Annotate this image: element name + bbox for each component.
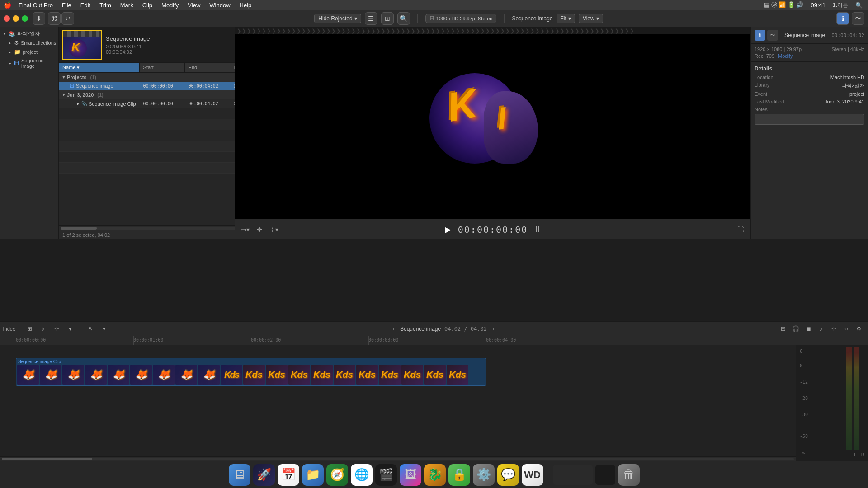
fit-dropdown[interactable]: Fit ▾ (557, 14, 575, 23)
dock-trash[interactable]: 🗑 (618, 464, 640, 486)
detail-notes: Notes (755, 107, 864, 125)
dock-recent-2[interactable] (595, 465, 615, 485)
waveform-button[interactable]: 〜 (852, 12, 864, 25)
dock-photos[interactable]: 🖼 (400, 464, 421, 486)
viewer-view-mode[interactable]: ▭▾ (239, 223, 251, 236)
col-header-start[interactable]: Start (140, 63, 185, 72)
meter-channels: L R (854, 452, 864, 457)
info-button[interactable]: ℹ (836, 12, 849, 25)
close-button[interactable] (4, 15, 10, 22)
film-icon: 🎞 (429, 16, 434, 21)
dock-settings[interactable]: ⚙️ (473, 464, 495, 486)
share-button[interactable]: ⌘ (48, 12, 61, 25)
menu-mark[interactable]: Mark (117, 1, 137, 9)
play-button[interactable]: ▶ (442, 223, 454, 236)
inspector: ℹ 〜 Sequence image 00:00:04:02 1920 × 10… (750, 27, 868, 239)
video-scope-button[interactable]: ⊹ (51, 324, 62, 334)
tl-zoom-in[interactable]: ⊞ (778, 324, 788, 334)
sidebar-item-project[interactable]: ▸ 📁 project (0, 47, 58, 56)
io-buttons: ⌘ ↩ (48, 12, 74, 25)
view-dropdown[interactable]: View ▾ (579, 14, 603, 23)
menu-view[interactable]: View (184, 1, 204, 9)
tl-mute[interactable]: ◼ (803, 324, 814, 334)
scrollbar-thumb[interactable] (61, 227, 97, 230)
timeline-area: Index ⊞ ♪ ⊹ ▾ ↖ ▾ ‹ Sequence image 04:02… (0, 321, 868, 461)
minimize-button[interactable] (13, 15, 19, 22)
clip-appearance-button[interactable]: ⊞ (24, 324, 35, 334)
sidebar-item-smart-collections[interactable]: ▸ ⚙ Smart...llections (0, 38, 58, 47)
dock-game[interactable]: 🐉 (424, 464, 446, 486)
tl-prev-button[interactable]: ‹ (391, 326, 396, 332)
hide-rejected-dropdown[interactable]: Hide Rejected ▾ (314, 14, 361, 23)
list-view-button[interactable]: ☰ (365, 12, 377, 25)
menu-file[interactable]: File (58, 1, 75, 9)
tl-next-button[interactable]: › (491, 326, 496, 332)
inspector-audio-info: Stereo | 48kHz (831, 47, 864, 59)
col-header-name[interactable]: Name ▾ (59, 63, 140, 72)
tl-expand[interactable]: ↔ (841, 324, 852, 334)
dock-files[interactable]: 📁 (302, 464, 324, 486)
inspector-tab-audio[interactable]: 〜 (767, 30, 778, 41)
timeline-scrollbar[interactable] (0, 456, 796, 461)
dock-safari[interactable]: 🧭 (326, 464, 348, 486)
search-button[interactable]: 🔍 (397, 12, 410, 25)
sidebar-item-sequence-image[interactable]: ▸ 🎞 Sequence image (0, 56, 58, 70)
tl-headphones[interactable]: 🎧 (790, 324, 801, 334)
modify-button[interactable]: Modify (778, 53, 793, 59)
tl-settings[interactable]: ⚙ (854, 324, 864, 334)
inspector-tab-info[interactable]: ℹ (755, 30, 765, 41)
ruler-mark-1: 00:00:01:00 (133, 338, 163, 343)
dock-chrome[interactable]: 🌐 (351, 464, 373, 486)
dock-finder[interactable]: 🖥 (229, 464, 250, 486)
menu-help[interactable]: Help (236, 1, 255, 9)
index-button[interactable]: Index (4, 324, 14, 334)
clip-thumbnail: K (69, 39, 96, 59)
audio-button[interactable]: ♪ (38, 324, 48, 334)
download-button[interactable]: ⬇ (33, 12, 45, 25)
film-frame-10: Kds (221, 365, 242, 385)
tl-vol[interactable]: ♪ (816, 324, 826, 334)
dock-fcp[interactable]: 🎬 (375, 464, 397, 486)
col-header-end[interactable]: End (185, 63, 230, 72)
chevron-down-icon-group: ▾ (62, 74, 65, 80)
maximize-button[interactable] (22, 15, 28, 22)
tl-scrollbar-thumb[interactable] (2, 458, 92, 460)
dropdown-btn[interactable]: ▾ (65, 324, 75, 334)
menu-clip[interactable]: Clip (139, 1, 156, 9)
notes-input[interactable] (755, 114, 864, 125)
viewer-transform[interactable]: ✥ (253, 223, 266, 236)
film-frame-4: 🦊 (85, 365, 107, 385)
tool-button[interactable]: ↖ (85, 324, 96, 334)
library-icon: 📚 (9, 31, 15, 37)
menu-window[interactable]: Window (206, 1, 234, 9)
fullscreen-button[interactable]: ⛶ (734, 223, 747, 236)
menu-modify[interactable]: Modify (158, 1, 182, 9)
logo-shadow (484, 91, 538, 164)
dock-launchpad[interactable]: 🚀 (253, 464, 275, 486)
clip-view-button[interactable]: ⊞ (381, 12, 394, 25)
dock-calendar[interactable]: 📅 (278, 464, 299, 486)
sidebar-library[interactable]: ▾ 📚 파찍2일차 (0, 29, 58, 38)
ruler-line-0 (16, 336, 16, 345)
dock-recent-1[interactable] (553, 465, 593, 485)
clip-name-cell: 🎞 Sequence image (66, 82, 140, 90)
menu-finalcutpro[interactable]: Final Cut Pro (15, 1, 57, 9)
viewer-crop[interactable]: ⊹▾ (268, 223, 280, 236)
tl-sep-1 (19, 324, 19, 333)
export-button[interactable]: ↩ (61, 12, 74, 25)
tl-zoom[interactable]: ⊹ (828, 324, 839, 334)
menu-edit[interactable]: Edit (77, 1, 94, 9)
clip-track[interactable]: Sequence image Clip 🦊 🦊 🦊 🦊 🦊 🦊 🦊 🦊 🦊 Kd… (16, 358, 486, 386)
apple-icon[interactable]: 🍎 (4, 1, 11, 9)
pause-button[interactable]: ⏸ (531, 223, 544, 236)
dock-wd[interactable]: WD (522, 464, 543, 486)
dock-lock[interactable]: 🔒 (448, 464, 470, 486)
menubar-search-icon[interactable]: 🔍 (854, 2, 864, 9)
menu-trim[interactable]: Trim (96, 1, 115, 9)
tl-center-label: ‹ Sequence image 04:02 / 04:02 › (391, 326, 496, 332)
dock-chat[interactable]: 💬 (497, 464, 519, 486)
tool-dropdown[interactable]: ▾ (99, 324, 109, 334)
film-frame-19: Kds (424, 365, 446, 385)
toolbar: ⬇ ⌘ ↩ Hide Rejected ▾ ☰ ⊞ 🔍 🎞 1080p HD 2… (0, 10, 868, 27)
ruler-mark-0: 00:00:00:00 (16, 338, 46, 343)
